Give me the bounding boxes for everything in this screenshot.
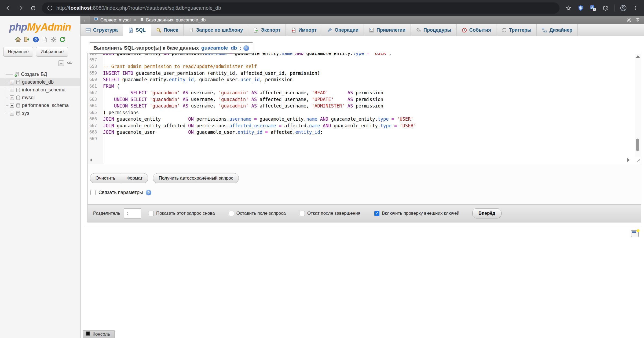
sql-token-str: 'guacadmin' (150, 103, 180, 109)
collapse-all-icon[interactable]: − (58, 60, 64, 66)
page-related-settings-icon[interactable] (631, 229, 640, 239)
code-line: 667JOIN guacamole_entity affected ON per… (88, 122, 641, 129)
footer-option-1[interactable]: Оставить поле запроса (229, 211, 286, 216)
checkbox[interactable] (229, 211, 234, 216)
expand-plus-icon[interactable]: + (10, 95, 14, 100)
query-template-icon (189, 28, 194, 33)
tab-triggers[interactable]: Триггеры (496, 24, 537, 36)
home-icon[interactable] (15, 36, 21, 43)
footer-option-3[interactable]: ✓Включить проверку внешних ключей (374, 211, 459, 216)
get-autosaved-query-button[interactable]: Получить автосохранённый запрос (153, 173, 239, 183)
url-bar[interactable]: http://localhost:8080/index.php?route=/d… (42, 2, 559, 14)
sql-token-prop: username (229, 116, 251, 122)
translate-extension-icon[interactable]: A (590, 5, 597, 12)
sql-token-str: 'UPDATE' (312, 97, 334, 102)
docs-icon[interactable] (41, 36, 48, 43)
refresh-icon[interactable] (59, 36, 65, 43)
back-icon[interactable] (5, 5, 12, 12)
expand-plus-icon[interactable]: + (10, 103, 14, 108)
shield-extension-icon[interactable] (577, 5, 584, 12)
code-text: JOIN guacamole_entity affected ON permis… (100, 122, 416, 129)
bind-parameters-help-icon[interactable]: ? (146, 190, 151, 195)
sidebar-item-performance_schema[interactable]: +performance_schema (0, 102, 80, 109)
profile-avatar-icon[interactable] (620, 5, 627, 12)
scroll-right-arrow-icon[interactable] (627, 158, 630, 162)
sql-token-pl: username, (188, 97, 218, 102)
tab-privileges[interactable]: Привилегии (364, 24, 411, 36)
checkbox[interactable]: ✓ (374, 211, 379, 216)
sql-token-pl: permission (353, 90, 383, 95)
tab-query-template[interactable]: Запрос по шаблону (184, 24, 248, 36)
menu-handle-arrow-icon[interactable]: ← (80, 16, 90, 24)
collapse-top-icon[interactable] (635, 18, 640, 23)
page-settings-gear-icon[interactable] (627, 18, 632, 23)
tab-search[interactable]: Поиск (151, 24, 184, 36)
vertical-scrollbar-thumb[interactable] (636, 139, 639, 151)
settings-icon[interactable] (50, 36, 57, 43)
go-button[interactable]: Вперёд (472, 208, 502, 218)
tab-sql[interactable]: SQL (123, 24, 151, 36)
tab-import[interactable]: Импорт (286, 24, 322, 36)
tab-export[interactable]: Экспорт (248, 24, 286, 36)
sidebar-item-new-database[interactable]: Создать БД (0, 70, 80, 78)
sql-token-op: = (254, 116, 257, 122)
console-toggle[interactable]: Консоль (83, 330, 115, 338)
scroll-left-arrow-icon[interactable] (90, 158, 92, 162)
resize-grip-icon[interactable] (636, 158, 641, 163)
sidebar-item-guacamole_db[interactable]: +guacamole_db (0, 78, 80, 86)
breadcrumb-server[interactable]: Сервер: mysql (94, 17, 131, 23)
sql-token-str: 'guacadmin' (218, 103, 249, 109)
checkbox[interactable] (300, 211, 305, 216)
tab-events[interactable]: События (457, 24, 496, 36)
tab-structure[interactable]: Структура (80, 24, 123, 36)
bind-parameters-checkbox[interactable] (90, 190, 96, 195)
expand-plus-icon[interactable]: + (10, 80, 14, 84)
sql-token-pl (262, 129, 265, 135)
sql-token-prop: entity_id (169, 77, 194, 82)
tab-routines[interactable]: Процедуры (411, 24, 457, 36)
forward-icon[interactable] (17, 5, 24, 12)
sql-token-pl: guacamole_entity affected (114, 123, 188, 128)
expand-plus-icon[interactable]: + (10, 111, 14, 116)
tree-item-label: information_schema (22, 87, 65, 93)
sql-code-editor[interactable]: 656JOIN guacamole_entity ON permissions.… (88, 53, 641, 164)
footer-option-0[interactable]: Показать этот запрос снова (149, 211, 215, 216)
sql-token-pl: permission (353, 103, 383, 109)
tab-operations[interactable]: Операции (322, 24, 364, 36)
recent-tables-button[interactable]: Недавнее (3, 47, 33, 57)
sidebar-item-mysql[interactable]: +mysql (0, 94, 80, 102)
checkbox[interactable] (149, 211, 154, 216)
database-tree: Создать БД+guacamole_db+information_sche… (0, 70, 80, 117)
reload-icon[interactable] (30, 5, 36, 12)
tab-label: Триггеры (509, 27, 532, 33)
sidebar-item-sys[interactable]: +sys (0, 109, 80, 117)
logout-icon[interactable] (24, 36, 30, 43)
site-info-icon[interactable] (47, 5, 53, 11)
format-button[interactable]: Формат (121, 173, 148, 183)
help-icon[interactable]: ? (32, 36, 39, 43)
tab-designer[interactable]: Дизайнер (537, 24, 578, 36)
footer-option-2[interactable]: Откат после завершения (300, 211, 360, 216)
sql-help-icon[interactable]: ? (243, 45, 249, 51)
sql-token-pl (251, 116, 254, 122)
breadcrumb-database[interactable]: База данных: guacamole_db (140, 17, 206, 23)
favorite-tables-button[interactable]: Избранное (36, 47, 68, 57)
sql-token-pl: ; (320, 129, 323, 135)
legend-db-link[interactable]: guacamole_db (201, 45, 237, 51)
bookmark-star-icon[interactable] (565, 5, 572, 12)
browser-menu-kebab-icon[interactable] (632, 5, 639, 12)
breadcrumb: ← Сервер: mysql » База данных: guacamole… (80, 16, 644, 24)
clear-button[interactable]: Очистить (90, 173, 121, 183)
sql-token-prop: user_id (240, 77, 260, 82)
sidebar-item-information_schema[interactable]: +information_schema (0, 86, 80, 94)
expand-plus-icon[interactable]: + (10, 88, 14, 92)
scroll-up-arrow-icon[interactable] (636, 55, 640, 58)
phpmyadmin-logo[interactable]: phpMyAdmin (0, 21, 80, 33)
code-line: 661FROM ( (88, 83, 641, 90)
sql-token-pl (180, 90, 183, 95)
delimiter-input[interactable] (124, 208, 141, 218)
sql-token-pl (276, 123, 279, 128)
link-with-main-icon[interactable] (67, 61, 73, 66)
tree-connector (6, 90, 8, 90)
extensions-puzzle-icon[interactable] (602, 5, 609, 12)
